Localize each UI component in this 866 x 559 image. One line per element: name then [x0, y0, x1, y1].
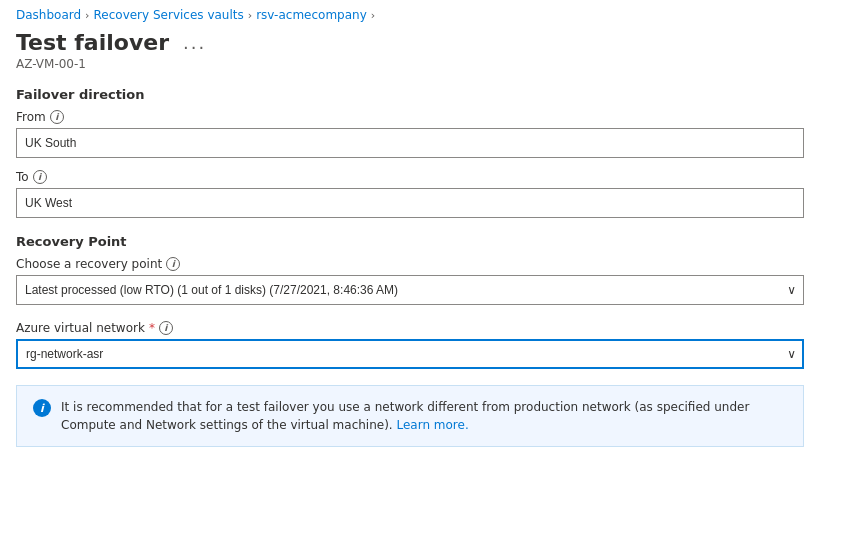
recovery-point-field-group: Choose a recovery point i Latest process…	[16, 257, 804, 305]
recovery-point-label-row: Choose a recovery point i	[16, 257, 804, 271]
failover-direction-title: Failover direction	[16, 87, 804, 102]
to-info-icon[interactable]: i	[33, 170, 47, 184]
azure-vnet-label-row: Azure virtual network * i	[16, 321, 804, 335]
to-field-group: To i	[16, 170, 804, 218]
recovery-point-label: Choose a recovery point	[16, 257, 162, 271]
azure-vnet-select[interactable]: rg-network-asr	[16, 339, 804, 369]
recovery-point-select-wrapper: Latest processed (low RTO) (1 out of 1 d…	[16, 275, 804, 305]
recovery-point-section: Recovery Point Choose a recovery point i…	[16, 234, 804, 305]
failover-direction-section: Failover direction From i To i	[16, 87, 804, 218]
from-info-icon[interactable]: i	[50, 110, 64, 124]
azure-vnet-section: Azure virtual network * i rg-network-asr…	[16, 321, 804, 369]
breadcrumb-sep-1: ›	[85, 9, 89, 22]
breadcrumb-vault-name[interactable]: rsv-acmecompany	[256, 8, 367, 22]
azure-vnet-info-icon[interactable]: i	[159, 321, 173, 335]
info-banner-icon: i	[33, 399, 51, 417]
breadcrumb-dashboard[interactable]: Dashboard	[16, 8, 81, 22]
azure-vnet-field-group: Azure virtual network * i rg-network-asr…	[16, 321, 804, 369]
page-title: Test failover	[16, 30, 169, 55]
from-input[interactable]	[16, 128, 804, 158]
info-banner: i It is recommended that for a test fail…	[16, 385, 804, 447]
breadcrumb-recovery-vaults[interactable]: Recovery Services vaults	[94, 8, 244, 22]
form-container: Failover direction From i To i Recovery …	[0, 83, 820, 463]
recovery-point-info-icon[interactable]: i	[166, 257, 180, 271]
to-label: To	[16, 170, 29, 184]
to-label-row: To i	[16, 170, 804, 184]
recovery-point-select[interactable]: Latest processed (low RTO) (1 out of 1 d…	[16, 275, 804, 305]
info-banner-learn-more-link[interactable]: Learn more.	[396, 418, 468, 432]
from-label: From	[16, 110, 46, 124]
breadcrumb: Dashboard › Recovery Services vaults › r…	[0, 0, 866, 26]
more-options-button[interactable]: ...	[177, 30, 212, 55]
azure-vnet-required-marker: *	[149, 321, 155, 335]
to-input[interactable]	[16, 188, 804, 218]
recovery-point-title: Recovery Point	[16, 234, 804, 249]
page-header: Test failover ... AZ-VM-00-1	[0, 26, 866, 83]
breadcrumb-sep-2: ›	[248, 9, 252, 22]
azure-vnet-label: Azure virtual network	[16, 321, 145, 335]
azure-vnet-select-wrapper: rg-network-asr ∨	[16, 339, 804, 369]
breadcrumb-sep-3: ›	[371, 9, 375, 22]
info-banner-text: It is recommended that for a test failov…	[61, 398, 787, 434]
from-field-group: From i	[16, 110, 804, 158]
from-label-row: From i	[16, 110, 804, 124]
page-subtitle: AZ-VM-00-1	[16, 57, 850, 71]
